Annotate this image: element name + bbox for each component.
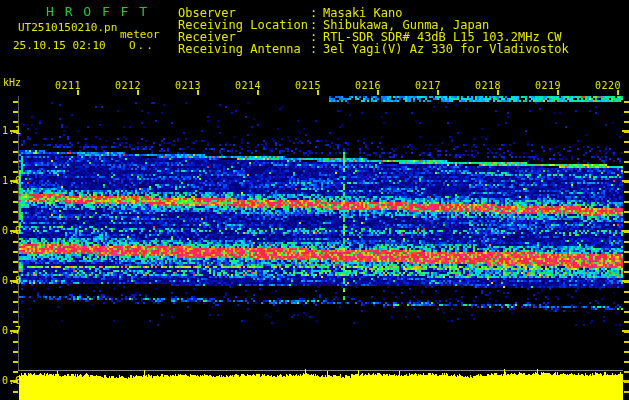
time-tick-label: 0216: [355, 81, 381, 91]
time-tick-label: 0219: [535, 81, 561, 91]
freq-tick-label: 0.9: [2, 226, 22, 236]
freq-tick-label: 0.6: [2, 376, 22, 386]
time-tick-label: 0220: [595, 81, 621, 91]
hrofft-window: H R O F F T UT2510150210.pn meteor 25.10…: [0, 0, 629, 400]
time-tick-label: 0217: [415, 81, 441, 91]
time-tick-label: 0211: [55, 81, 81, 91]
freq-tick-label: 0.7: [2, 326, 22, 336]
spectrogram-canvas: [0, 0, 629, 400]
capture-datetime: 25.10.15 02:10: [13, 40, 106, 51]
obs-flag: O..: [129, 40, 155, 51]
info-colon: :: [310, 43, 317, 55]
time-tick-label: 0212: [115, 81, 141, 91]
time-tick-label: 0215: [295, 81, 321, 91]
time-tick-label: 0213: [175, 81, 201, 91]
capture-filename: UT2510150210.pn: [18, 22, 117, 33]
freq-axis-unit: kHz: [3, 78, 21, 88]
time-tick-label: 0218: [475, 81, 501, 91]
info-value-antenna: 3el Yagi(V) Az 330 for Vladivostok: [323, 43, 569, 55]
info-label-antenna: Receiving Antenna: [178, 43, 301, 55]
app-title: H R O F F T: [46, 5, 149, 18]
freq-tick-label: 1.1: [2, 126, 22, 136]
freq-tick-label: 0.8: [2, 276, 22, 286]
freq-tick-label: 1.0: [2, 176, 22, 186]
time-tick-label: 0214: [235, 81, 261, 91]
